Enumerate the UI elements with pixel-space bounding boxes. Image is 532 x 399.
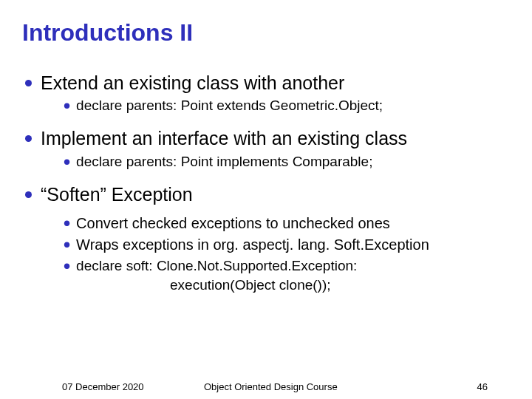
sub-text: declare parents: Point extends Geometric… <box>76 96 383 115</box>
bullet-text: “Soften” Exception <box>41 183 193 206</box>
slide-title: Introductions II <box>22 19 510 47</box>
sub-bullet-icon: • <box>64 96 70 115</box>
sub-text-continuation: execution(Object clone()); <box>64 276 510 295</box>
footer-page-number: 46 <box>477 381 488 392</box>
sub-text: declare parents: Point implements Compar… <box>76 152 372 171</box>
sub-item: • declare soft: Clone.Not.Supported.Exce… <box>64 256 510 276</box>
sub-list: • Convert checked exceptions to unchecke… <box>25 214 510 295</box>
bullet-icon <box>25 191 32 198</box>
sub-item: • declare parents: Point implements Comp… <box>64 152 510 171</box>
sub-bullet-icon: • <box>64 152 70 171</box>
sub-list: • declare parents: Point implements Comp… <box>25 152 510 171</box>
sub-list: • declare parents: Point extends Geometr… <box>25 96 510 115</box>
footer-date: 07 December 2020 <box>62 381 144 392</box>
bullet-text: Implement an interface with an existing … <box>41 127 407 150</box>
sub-bullet-icon: • <box>64 214 70 233</box>
slide-content: Extend an existing class with another • … <box>22 72 510 294</box>
sub-item: • Wraps exceptions in org. aspectj. lang… <box>64 235 510 255</box>
sub-bullet-icon: • <box>64 235 70 254</box>
sub-bullet-icon: • <box>64 256 70 276</box>
bullet-text: Extend an existing class with another <box>41 72 344 95</box>
sub-item: • Convert checked exceptions to unchecke… <box>64 214 510 233</box>
sub-text: declare soft: Clone.Not.Supported.Except… <box>76 256 357 276</box>
sub-text: Wraps exceptions in org. aspectj. lang. … <box>76 235 429 255</box>
sub-text: Convert checked exceptions to unchecked … <box>76 214 390 233</box>
bullet-icon <box>25 80 32 86</box>
footer-course-title: Object Oriented Design Course <box>204 381 338 392</box>
bullet-icon <box>25 135 32 142</box>
sub-item: • declare parents: Point extends Geometr… <box>64 96 510 115</box>
bullet-implement: Implement an interface with an existing … <box>25 127 510 150</box>
bullet-soften: “Soften” Exception <box>25 183 510 206</box>
bullet-extend: Extend an existing class with another <box>25 72 510 95</box>
slide: Introductions II Extend an existing clas… <box>0 0 532 399</box>
